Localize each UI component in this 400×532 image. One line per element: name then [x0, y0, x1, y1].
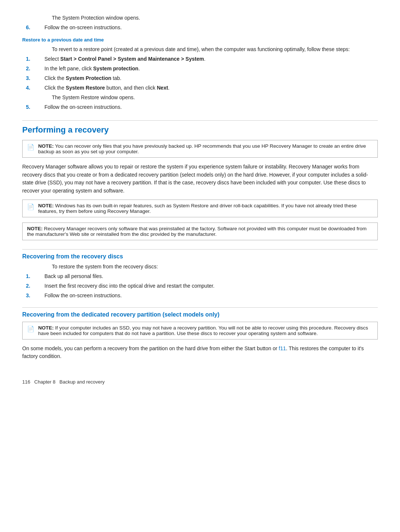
- note-icon-3: 📄: [27, 325, 35, 332]
- step-6-text: Follow the on-screen instructions.: [44, 24, 378, 30]
- restore-step-1-num: 1.: [22, 56, 44, 62]
- restore-heading: Restore to a previous date and time: [22, 37, 378, 43]
- step-6-num: 6.: [22, 24, 44, 30]
- restore-step-5: 5. Follow the on-screen instructions.: [22, 104, 378, 110]
- restore-step-1: 1. Select Start > Control Panel > System…: [22, 56, 378, 62]
- restore-step-2: 2. In the left pane, click System protec…: [22, 66, 378, 71]
- note1-content: NOTE: You can recover only files that yo…: [38, 143, 373, 154]
- recovering-discs-section: Recovering from the recovery discs To re…: [22, 249, 378, 298]
- page-content: The System Protection window opens. 6. F…: [22, 15, 378, 385]
- performing-recovery-section: Performing a recovery 📄 NOTE: You can re…: [22, 120, 378, 240]
- recovering-discs-title: Recovering from the recovery discs: [22, 253, 378, 260]
- restore-step-5-text: Follow the on-screen instructions.: [44, 104, 378, 110]
- restore-step-1-text: Select Start > Control Panel > System an…: [44, 56, 378, 62]
- disc-step-1-text: Back up all personal files.: [44, 273, 378, 279]
- footer-page-num: 116 Chapter 8 Backup and recovery: [22, 379, 105, 385]
- performing-recovery-note2: 📄 NOTE: Windows has its own built-in rep…: [22, 200, 378, 217]
- partition-note: 📄 NOTE: If your computer includes an SSD…: [22, 322, 378, 339]
- disc-step-3-text: Follow the on-screen instructions.: [44, 292, 378, 298]
- disc-step-3-num: 3.: [22, 292, 44, 298]
- performing-recovery-note1: 📄 NOTE: You can recover only files that …: [22, 140, 378, 158]
- system-restore-opens: The System Restore window opens.: [52, 94, 378, 100]
- note-icon-2: 📄: [27, 203, 35, 210]
- restore-step-4-text: Click the System Restore button, and the…: [44, 85, 378, 91]
- performing-recovery-title: Performing a recovery: [22, 125, 378, 135]
- restore-step-2-text: In the left pane, click System protectio…: [44, 66, 378, 71]
- restore-step-5-num: 5.: [22, 104, 44, 110]
- note2-content: NOTE: Windows has its own built-in repai…: [38, 203, 373, 214]
- restore-intro: To revert to a restore point (created at…: [52, 46, 378, 52]
- note-icon-1: 📄: [27, 144, 35, 151]
- restore-step-3: 3. Click the System Protection tab.: [22, 75, 378, 81]
- disc-step-1-num: 1.: [22, 273, 44, 279]
- performing-recovery-note3: NOTE: Recovery Manager recovers only sof…: [22, 222, 378, 240]
- recovering-partition-section: Recovering from the dedicated recovery p…: [22, 307, 378, 361]
- step-6-item: 6. Follow the on-screen instructions.: [22, 24, 378, 30]
- partition-note-content: NOTE: If your computer includes an SSD, …: [38, 325, 373, 336]
- restore-step-3-num: 3.: [22, 75, 44, 81]
- recovering-partition-title: Recovering from the dedicated recovery p…: [22, 311, 378, 318]
- disc-step-1: 1. Back up all personal files.: [22, 273, 378, 279]
- recovering-discs-intro: To restore the system from the recovery …: [52, 264, 378, 270]
- system-protection-opens: The System Protection window opens.: [52, 15, 378, 21]
- restore-step-3-text: Click the System Protection tab.: [44, 75, 378, 81]
- page-footer: 116 Chapter 8 Backup and recovery: [22, 379, 378, 385]
- restore-step-4-num: 4.: [22, 85, 44, 91]
- performing-recovery-para1: Recovery Manager software allows you to …: [22, 163, 378, 195]
- disc-step-2-text: Insert the first recovery disc into the …: [44, 283, 378, 289]
- disc-step-2: 2. Insert the first recovery disc into t…: [22, 283, 378, 289]
- restore-step-2-num: 2.: [22, 66, 44, 71]
- restore-section: Restore to a previous date and time To r…: [22, 37, 378, 110]
- restore-step-4: 4. Click the System Restore button, and …: [22, 85, 378, 91]
- partition-paragraph: On some models, you can perform a recove…: [22, 345, 378, 361]
- disc-step-3: 3. Follow the on-screen instructions.: [22, 292, 378, 298]
- disc-step-2-num: 2.: [22, 283, 44, 289]
